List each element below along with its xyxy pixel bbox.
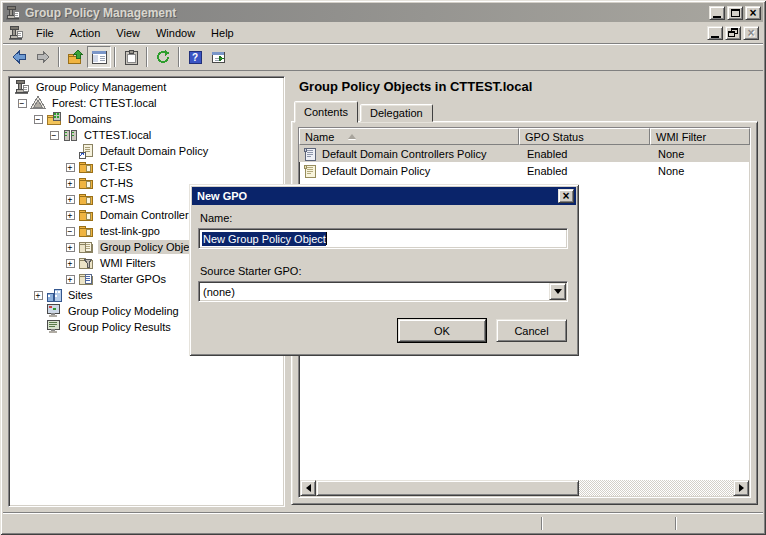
gpo-row-default-domain-policy[interactable]: Default Domain PolicyEnabledNone: [299, 162, 750, 179]
combo-selected-value: (none): [203, 286, 549, 298]
ok-button[interactable]: OK: [398, 319, 486, 342]
sites-icon: [46, 287, 62, 303]
mmc-minimize-button[interactable]: [707, 26, 723, 40]
column-header-name[interactable]: Name: [299, 128, 519, 145]
tree-item-default-domain-policy[interactable]: Default Domain Policy: [9, 143, 284, 159]
combo-dropdown-button[interactable]: [549, 283, 566, 300]
minimize-icon: [711, 36, 719, 38]
expander-cell: [30, 303, 46, 319]
tab-contents[interactable]: Contents: [294, 101, 358, 123]
menu-window[interactable]: Window: [148, 24, 203, 42]
mmc-restore-button[interactable]: [725, 26, 741, 40]
forward-icon: [35, 49, 51, 65]
close-icon: ×: [747, 28, 754, 38]
window-title: Group Policy Management: [25, 6, 707, 20]
ou-folder-icon: [78, 223, 94, 239]
text-caret: [326, 232, 327, 245]
collapse-icon[interactable]: −: [34, 115, 43, 124]
scrollbar-thumb[interactable]: [316, 480, 579, 496]
expander-cell: +: [62, 207, 78, 223]
scroll-right-button[interactable]: [733, 480, 749, 496]
dialog-close-button[interactable]: ×: [558, 189, 574, 203]
gpmc-app-icon: [5, 5, 21, 21]
expand-icon[interactable]: +: [66, 275, 75, 284]
gpo-status: Enabled: [519, 148, 650, 160]
back-button[interactable]: [7, 46, 31, 68]
minimize-icon: [713, 16, 721, 18]
tab-delegation[interactable]: Delegation: [360, 104, 433, 122]
expander-cell: −: [14, 95, 30, 111]
up-one-level-button[interactable]: [63, 46, 87, 68]
tree-item-label: CTTEST.local: [82, 128, 153, 142]
new-gpo-dialog: New GPO × Name: New Group Policy Object …: [189, 184, 579, 356]
expander-cell: +: [62, 271, 78, 287]
selected-input-text: New Group Policy Object: [202, 232, 326, 246]
menu-help[interactable]: Help: [203, 24, 242, 42]
name-label: Name:: [200, 212, 232, 224]
expander-cell: +: [62, 191, 78, 207]
expander-cell: −: [46, 127, 62, 143]
tree-item-label: CT-HS: [98, 176, 135, 190]
export-list-button[interactable]: [207, 46, 231, 68]
close-button[interactable]: ×: [745, 6, 761, 20]
tree-item-cttest-local[interactable]: −CTTEST.local: [9, 127, 284, 143]
expand-icon[interactable]: +: [34, 291, 43, 300]
minimize-button[interactable]: [709, 6, 725, 20]
svg-text:?: ?: [192, 52, 198, 63]
gpmc-icon: [14, 79, 30, 95]
scroll-left-button[interactable]: [300, 480, 316, 496]
help-icon: ?: [187, 49, 203, 65]
clipboard-button[interactable]: [119, 46, 143, 68]
status-section-3: [681, 516, 761, 530]
expand-icon[interactable]: +: [66, 195, 75, 204]
tree-item-forest-cttest-local[interactable]: −Forest: CTTEST.local: [9, 95, 284, 111]
tree-item-domains[interactable]: −Domains: [9, 111, 284, 127]
maximize-button[interactable]: [727, 6, 743, 20]
refresh-button[interactable]: [151, 46, 175, 68]
collapse-icon[interactable]: −: [50, 131, 59, 140]
export-list-icon: [211, 49, 227, 65]
column-header-wmi-filter[interactable]: WMI Filter: [650, 128, 750, 145]
back-icon: [11, 49, 27, 65]
expander-cell: [30, 319, 46, 335]
wmi-folder-icon: [78, 255, 94, 271]
gpo-name: Default Domain Controllers Policy: [322, 148, 486, 160]
tree-item-label: Sites: [66, 288, 94, 302]
collapse-icon[interactable]: −: [66, 227, 75, 236]
tree-item-ct-es[interactable]: +CT-ES: [9, 159, 284, 175]
expand-icon[interactable]: +: [66, 259, 75, 268]
window-titlebar[interactable]: Group Policy Management ×: [3, 3, 763, 22]
scrollbar-track[interactable]: [316, 480, 733, 496]
expander-cell: −: [62, 223, 78, 239]
dialog-title: New GPO: [197, 190, 558, 202]
cancel-button[interactable]: Cancel: [496, 319, 567, 342]
maximize-icon: [731, 9, 740, 17]
gpo-name-input[interactable]: New Group Policy Object: [198, 228, 568, 249]
help-button[interactable]: ?: [183, 46, 207, 68]
tree-item-label: test-link-gpo: [98, 224, 162, 238]
mmc-close-button-disabled: ×: [743, 26, 759, 40]
gpo-row-default-domain-controllers-policy[interactable]: Default Domain Controllers PolicyEnabled…: [299, 145, 750, 162]
menu-view[interactable]: View: [108, 24, 148, 42]
toolbar-separator: [58, 47, 60, 67]
expand-icon[interactable]: +: [66, 243, 75, 252]
source-starter-gpo-select[interactable]: (none): [198, 281, 568, 302]
dialog-titlebar[interactable]: New GPO ×: [192, 187, 576, 205]
expander-cell: +: [30, 287, 46, 303]
tree-item-group-policy-management[interactable]: Group Policy Management: [9, 79, 284, 95]
source-starter-gpo-label: Source Starter GPO:: [200, 265, 301, 277]
expand-icon[interactable]: +: [66, 211, 75, 220]
show-console-tree-icon: [91, 49, 107, 65]
column-header-gpo-status[interactable]: GPO Status: [519, 128, 650, 145]
gpo-folder-icon: [78, 239, 94, 255]
collapse-icon[interactable]: −: [18, 99, 27, 108]
expand-icon[interactable]: +: [66, 179, 75, 188]
tree-item-label: Group Policy Modeling: [66, 304, 181, 318]
menu-file[interactable]: File: [28, 24, 62, 42]
menu-action[interactable]: Action: [62, 24, 109, 42]
show-console-tree-button[interactable]: [87, 46, 111, 68]
horizontal-scrollbar[interactable]: [300, 480, 749, 496]
status-section-1: [7, 516, 537, 530]
forward-button[interactable]: [31, 46, 55, 68]
expand-icon[interactable]: +: [66, 163, 75, 172]
